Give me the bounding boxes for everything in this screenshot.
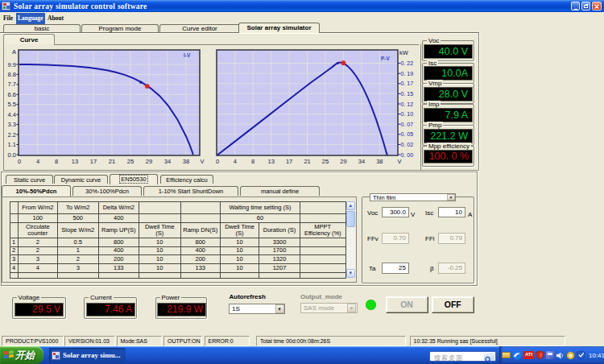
svg-text:25: 25: [322, 158, 329, 165]
svg-text:0. 17: 0. 17: [401, 81, 414, 86]
svg-text:2.2: 2.2: [8, 131, 16, 139]
svg-text:0: 0: [216, 158, 219, 165]
svg-text:4: 4: [234, 158, 237, 165]
svg-text:I-V: I-V: [184, 52, 191, 58]
svg-text:1.1: 1.1: [8, 141, 16, 148]
svg-text:29: 29: [340, 158, 346, 165]
svg-text:0. 22: 0. 22: [401, 60, 414, 66]
svg-text:V: V: [200, 158, 204, 165]
svg-text:0. 10: 0. 10: [401, 111, 414, 117]
svg-text:4: 4: [36, 158, 39, 165]
svg-text:0. 15: 0. 15: [401, 91, 414, 97]
svg-text:V: V: [397, 158, 401, 165]
svg-text:34: 34: [358, 158, 365, 165]
svg-text:0. 00: 0. 00: [401, 152, 414, 158]
svg-text:8: 8: [55, 158, 58, 165]
svg-text:3.3: 3.3: [8, 121, 16, 128]
svg-text:kW: kW: [399, 49, 409, 56]
svg-text:P-V: P-V: [381, 56, 391, 61]
svg-text:0. 07: 0. 07: [401, 122, 414, 127]
svg-text:29: 29: [146, 158, 152, 165]
svg-text:0. 12: 0. 12: [401, 101, 414, 107]
svg-text:6.6: 6.6: [8, 91, 16, 98]
svg-text:A: A: [12, 48, 16, 56]
svg-text:8: 8: [251, 158, 254, 165]
svg-text:0. 05: 0. 05: [401, 131, 414, 137]
svg-text:17: 17: [286, 158, 292, 165]
svg-text:0. 02: 0. 02: [401, 142, 414, 147]
svg-text:7.7: 7.7: [8, 81, 16, 88]
svg-text:4.4: 4.4: [8, 111, 16, 118]
svg-text:38: 38: [183, 158, 189, 165]
svg-text:17: 17: [90, 158, 97, 165]
svg-text:0.0: 0.0: [8, 151, 16, 159]
svg-text:9.9: 9.9: [8, 61, 16, 68]
svg-text:13: 13: [268, 158, 275, 165]
svg-text:21: 21: [109, 158, 115, 165]
svg-text:5.5: 5.5: [8, 101, 16, 108]
svg-text:13: 13: [72, 158, 78, 165]
svg-text:21: 21: [304, 158, 310, 165]
svg-text:0. 19: 0. 19: [401, 71, 414, 77]
svg-text:0: 0: [18, 158, 21, 165]
svg-text:34: 34: [164, 158, 171, 165]
svg-text:38: 38: [376, 158, 383, 165]
svg-text:8.8: 8.8: [8, 71, 16, 78]
svg-text:25: 25: [127, 158, 134, 165]
